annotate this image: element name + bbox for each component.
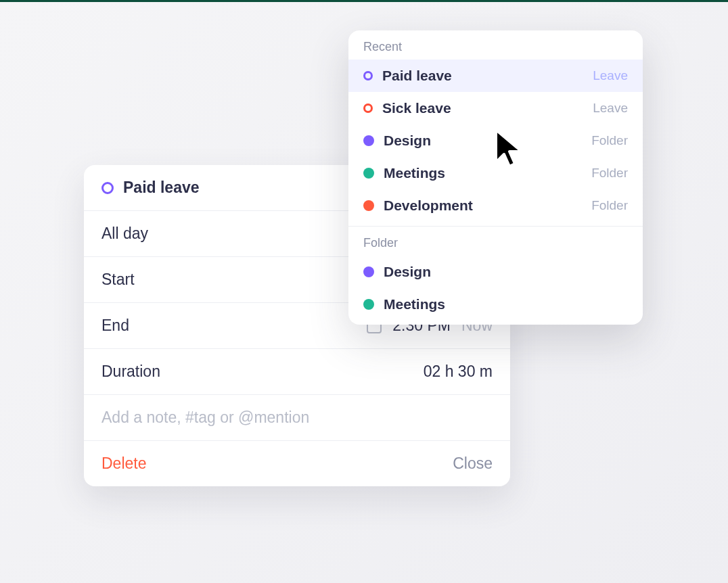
duration-value: 02 h 30 m [424,363,493,381]
category-ring-icon [101,182,114,194]
category-dot-icon [363,266,374,277]
close-button[interactable]: Close [453,454,493,473]
dropdown-item-name: Sick leave [382,100,583,116]
duration-label: Duration [101,363,424,381]
dropdown-item-type: Leave [593,68,628,83]
dropdown-item-name: Paid leave [382,68,583,84]
end-label: End [101,317,367,335]
duration-row[interactable]: Duration 02 h 30 m [84,349,510,395]
dropdown-item-development[interactable]: Development Folder [348,189,643,222]
category-dot-icon [363,299,374,310]
category-ring-icon [363,103,373,113]
category-dot-icon [363,200,374,211]
dropdown-item-name: Design [384,133,582,149]
dropdown-item-type: Folder [591,198,628,213]
dropdown-item-sick-leave[interactable]: Sick leave Leave [348,92,643,124]
footer-row: Delete Close [84,441,510,486]
category-dropdown: Recent Paid leave Leave Sick leave Leave… [348,30,643,325]
category-ring-icon [363,71,373,80]
category-dot-icon [363,168,374,179]
dropdown-item-name: Meetings [384,165,582,181]
dropdown-section-recent: Recent [348,30,643,60]
delete-button[interactable]: Delete [101,454,146,473]
dropdown-section-folder: Folder [348,227,643,256]
dropdown-item-name: Meetings [384,296,628,312]
dropdown-item-folder-meetings[interactable]: Meetings [348,288,643,325]
note-row[interactable] [84,395,510,441]
dropdown-item-meetings[interactable]: Meetings Folder [348,157,643,189]
dropdown-item-folder-design[interactable]: Design [348,256,643,288]
note-input[interactable] [101,409,493,427]
dropdown-item-name: Design [384,264,628,280]
category-dot-icon [363,135,374,146]
dropdown-item-type: Leave [593,101,628,116]
dropdown-item-design[interactable]: Design Folder [348,124,643,157]
dropdown-item-type: Folder [591,166,628,181]
dropdown-item-paid-leave[interactable]: Paid leave Leave [348,60,643,92]
dropdown-item-type: Folder [591,133,628,148]
entry-title: Paid leave [123,179,200,197]
dropdown-item-name: Development [384,197,582,214]
